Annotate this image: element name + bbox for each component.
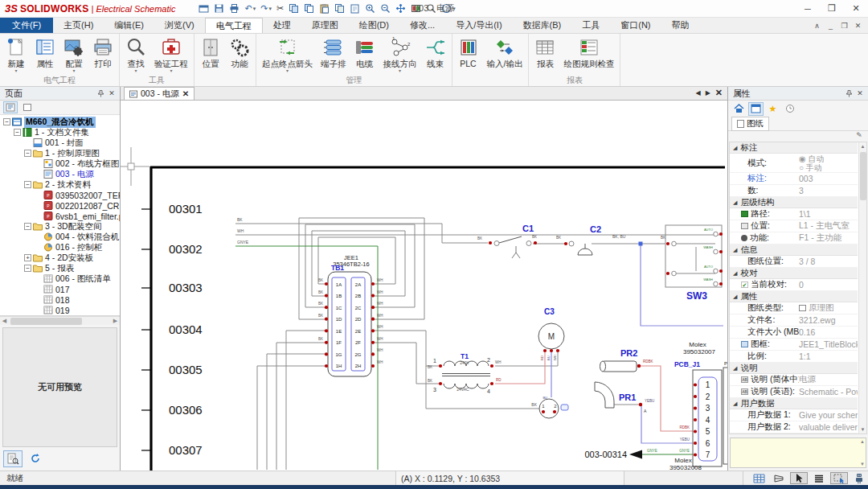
tree-item-1[interactable]: −1 - 文档文件集 <box>0 127 120 138</box>
prev-sheet-icon[interactable]: ◀ <box>695 89 700 97</box>
sheet-props-icon[interactable] <box>748 102 764 116</box>
ribbon-print-button[interactable]: 打印 <box>88 35 117 68</box>
pages-close-icon[interactable]: ✕ <box>106 88 117 99</box>
ribbon-terminal-button[interactable]: 端子排 <box>317 35 350 68</box>
minimize-button[interactable]: ─ <box>796 0 820 17</box>
menu-item-0[interactable]: 文件(F) <box>0 18 53 33</box>
clipboard-icon[interactable] <box>349 2 361 15</box>
tree-item-9[interactable]: P6vsb1_emi_filter.pdf <box>0 211 120 221</box>
menu-item-2[interactable]: 编辑(E) <box>104 18 154 33</box>
perspective-toggle-icon[interactable] <box>770 472 788 484</box>
collapse-minus-icon[interactable]: − <box>24 265 31 272</box>
ribbon-cable-button[interactable]: 电缆 <box>350 35 379 68</box>
collapse-minus-icon[interactable]: − <box>24 181 31 188</box>
cursor-mode-icon[interactable] <box>790 472 808 484</box>
document-tab-close-icon[interactable]: ✕ <box>182 89 189 98</box>
prop-group-6[interactable]: ◢用户数据 <box>730 398 858 409</box>
prop-row-0-0[interactable]: 模式:◉ 自动○ 手动 <box>730 154 858 173</box>
copy-with-format-icon[interactable] <box>303 2 315 15</box>
tree-item-15[interactable]: 006 - 图纸清单 <box>0 273 120 284</box>
ribbon-props-button[interactable]: 属性 <box>31 35 59 68</box>
ribbon-harness-button[interactable]: 线束 <box>421 35 450 68</box>
props-pin-icon[interactable] <box>843 88 854 99</box>
menu-item-6[interactable]: 原理图 <box>301 18 349 33</box>
copy-icon[interactable] <box>288 2 300 15</box>
undo-icon[interactable]: ↶▾ <box>244 2 256 15</box>
component-sw3[interactable]: BK AUTOWASHAUTOWASH SW3 <box>661 225 723 302</box>
cut-icon[interactable]: ✂ <box>276 2 285 15</box>
screen-capture-icon[interactable] <box>410 2 422 15</box>
help-icon[interactable]: ?▾ <box>440 2 457 15</box>
ribbon-io-button[interactable]: 输入/输出 <box>483 35 527 68</box>
help-icon-menu[interactable]: ▾ <box>452 6 456 12</box>
component-pr2[interactable]: PR2 RDBK <box>600 348 653 372</box>
tree-item-16[interactable]: 017 <box>0 284 120 294</box>
ribbon-config-button[interactable]: 配置▾ <box>59 35 88 73</box>
component-t1[interactable]: T1 240V 24VAC 1 2 3 4 BK WH BK RD <box>428 352 502 394</box>
zoom-in-icon[interactable] <box>364 2 376 15</box>
tree-item-11[interactable]: 004 - 饮料混合机 <box>0 232 120 242</box>
component-round-connector[interactable]: 1 2 BK BU <box>531 396 568 418</box>
menu-item-5[interactable]: 处理 <box>263 18 301 33</box>
close-button[interactable]: ✕ <box>844 0 868 17</box>
collapse-minus-icon[interactable]: − <box>14 129 21 136</box>
prop-group-3[interactable]: ◢校对 <box>730 268 858 279</box>
tree-item-8[interactable]: P0022012087_CRIMP_H <box>0 200 120 211</box>
tree-item-14[interactable]: −5 - 报表 <box>0 263 120 273</box>
note-scroll-up-icon[interactable]: ▲ <box>860 439 865 444</box>
collapse-minus-icon[interactable]: − <box>3 118 10 125</box>
note-scroll-down-icon[interactable]: ▼ <box>860 462 865 466</box>
menu-item-7[interactable]: 绘图(D) <box>349 18 399 33</box>
line-weight-icon[interactable] <box>810 472 828 484</box>
prop-group-1[interactable]: ◢层级结构 <box>730 197 858 208</box>
ribbon-new-button[interactable]: 新建▾ <box>2 35 31 73</box>
preview-toggle-button[interactable] <box>3 450 23 467</box>
undo-icon-menu[interactable]: ▾ <box>253 6 256 12</box>
component-tb1[interactable]: JEE1 35346TB2-16 TB1 1A2ABKWH1B2BBKWH1C2… <box>318 254 383 376</box>
doc-close-button[interactable]: ✕ <box>851 22 865 30</box>
window-icon[interactable] <box>198 2 210 15</box>
pages-hscrollbar[interactable]: ◀▶ <box>0 316 120 325</box>
group-expander-icon[interactable]: ◢ <box>733 270 737 277</box>
tree-item-10[interactable]: −3 - 3D配装空间 <box>0 221 120 232</box>
history-clock-icon[interactable] <box>782 102 797 116</box>
ribbon-verify-button[interactable]: 验证工程▾ <box>150 35 192 73</box>
tree-item-17[interactable]: 018 <box>0 294 120 305</box>
preview-refresh-button[interactable] <box>26 450 45 467</box>
menu-item-8[interactable]: 修改... <box>399 18 445 33</box>
group-expander-icon[interactable]: ◢ <box>733 247 737 253</box>
redo-icon-menu[interactable]: ▾ <box>268 6 272 12</box>
tree-item-18[interactable]: 019 <box>0 305 120 315</box>
group-expander-icon[interactable]: ◢ <box>733 145 737 151</box>
wires-red[interactable] <box>495 352 693 431</box>
group-expander-icon[interactable]: ◢ <box>733 365 737 372</box>
doc-minimize-button[interactable]: _ <box>824 22 837 30</box>
ribbon-arrows-button[interactable]: 起点终点箭头▾ <box>258 35 317 73</box>
prop-group-4[interactable]: ◢属性 <box>730 291 858 302</box>
menu-item-13[interactable]: 帮助 <box>661 18 700 33</box>
pan-icon[interactable] <box>395 2 407 15</box>
collapse-minus-icon[interactable]: − <box>24 223 31 230</box>
component-c1[interactable]: C1 BK BK <box>477 224 537 258</box>
properties-scrollbar[interactable]: ▲▼ <box>858 142 866 434</box>
collapse-minus-icon[interactable]: − <box>24 150 31 157</box>
ribbon-location-button[interactable]: 位置 <box>196 35 225 68</box>
menu-item-10[interactable]: 数据库(B) <box>513 18 572 33</box>
ribbon-plc-button[interactable]: PLC <box>454 35 483 68</box>
description-note-box[interactable]: ▲ ▼ <box>730 438 866 468</box>
print-icon[interactable] <box>228 2 240 15</box>
menu-item-4[interactable]: 电气工程 <box>205 18 263 33</box>
prop-group-5[interactable]: ◢说明 <box>730 363 858 374</box>
ribbon-find-button[interactable]: 查找▾ <box>121 35 150 73</box>
tab-sheet[interactable]: 图纸 <box>731 117 769 131</box>
prop-group-0[interactable]: ◢标注 <box>730 142 858 154</box>
tree-item-7[interactable]: P0395032007_TERMINA <box>0 190 120 200</box>
favorites-star-icon[interactable]: ★ <box>765 102 780 116</box>
redo-icon[interactable]: ↷▾ <box>260 2 272 15</box>
prop-group-2[interactable]: ◢信息 <box>730 244 858 256</box>
mode-radio-group[interactable]: ◉ 自动○ 手动 <box>799 154 825 172</box>
tree-item-4[interactable]: 002 - 布线方框图 <box>0 158 120 169</box>
wires-gray[interactable] <box>235 218 719 470</box>
tree-item-12[interactable]: 016 - 控制柜 <box>0 242 120 253</box>
document-tab[interactable]: 003 - 电源 ✕ <box>124 87 194 100</box>
